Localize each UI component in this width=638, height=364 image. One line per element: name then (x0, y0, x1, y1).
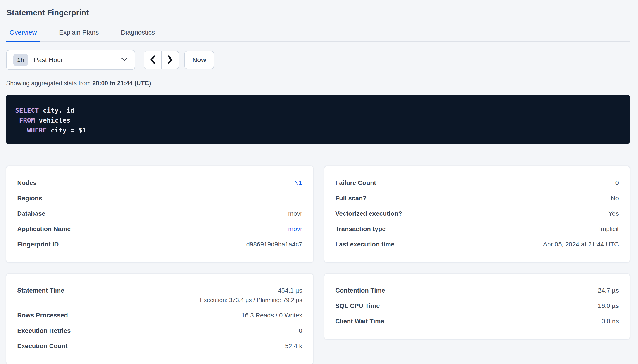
summary-row: Regions (17, 190, 302, 206)
summary-row: Fingerprint IDd986919d9ba1a4c7 (17, 237, 302, 252)
row-value: d986919d9ba1a4c7 (246, 241, 302, 248)
summary-row: Client Wait Time0.0 ns (335, 314, 619, 329)
summary-row: Vectorized execution?Yes (335, 206, 619, 221)
execution-attributes-card: Failure Count0Full scan?NoVectorized exe… (324, 166, 630, 263)
tab-diagnostics[interactable]: Diagnostics (118, 28, 158, 41)
tab-bar: Overview Explain Plans Diagnostics (6, 28, 630, 42)
tab-overview[interactable]: Overview (6, 28, 40, 41)
aggregation-summary: Showing aggregated stats from 20:00 to 2… (6, 80, 630, 87)
sql-line: SELECT city, id (15, 105, 621, 115)
statement-fingerprint-page: Statement Fingerprint Overview Explain P… (0, 0, 638, 364)
summary-row: Failure Count0 (335, 175, 619, 190)
summary-row: Statement Time454.1 µsExecution: 373.4 µ… (17, 283, 302, 308)
summary-row: Application Namemovr (17, 221, 302, 237)
row-value: 16.0 µs (598, 302, 619, 309)
aggregation-summary-range: 20:00 to 21:44 (UTC) (92, 80, 151, 86)
aggregation-summary-prefix: Showing aggregated stats from (6, 80, 92, 86)
row-label: Contention Time (335, 287, 385, 294)
time-controls: 1h Past Hour Now (6, 50, 630, 70)
timing-card: Statement Time454.1 µsExecution: 373.4 µ… (6, 274, 313, 364)
row-label: Rows Processed (17, 312, 68, 319)
summary-row: Execution Retries0 (17, 323, 302, 338)
prev-range-button[interactable] (144, 51, 161, 68)
row-value: Implicit (599, 226, 619, 232)
identity-card: NodesN1RegionsDatabasemovrApplication Na… (6, 166, 313, 263)
row-value: Yes (608, 210, 619, 217)
row-label: Full scan? (335, 194, 366, 202)
row-label: Application Name (17, 225, 71, 233)
row-label: Database (17, 210, 46, 218)
summary-row: SQL CPU Time16.0 µs (335, 298, 619, 314)
row-label: Execution Count (17, 342, 68, 350)
row-value: 16.3 Reads / 0 Writes (241, 312, 302, 319)
now-button[interactable]: Now (184, 51, 214, 69)
row-value-link[interactable]: movr (288, 226, 302, 232)
chevron-right-icon (167, 55, 173, 65)
sql-line: FROM vehicles (15, 115, 621, 125)
row-label: Fingerprint ID (17, 240, 59, 248)
row-label: Failure Count (335, 179, 376, 187)
row-subvalue: Execution: 373.4 µs / Planning: 79.2 µs (200, 296, 302, 304)
row-label: Transaction type (335, 225, 386, 233)
row-label: Execution Retries (17, 327, 71, 334)
row-value: 0 (299, 327, 302, 334)
row-value: 454.1 µs (278, 287, 302, 294)
time-interval-dropdown[interactable]: 1h Past Hour (6, 50, 135, 70)
selected-range-label: Past Hour (34, 56, 63, 64)
sql-statement-box: SELECT city, id FROM vehicles WHERE city… (6, 95, 630, 144)
wait-times-card: Contention Time24.7 µsSQL CPU Time16.0 µ… (324, 274, 630, 340)
summary-row: NodesN1 (17, 175, 302, 190)
summary-row: Rows Processed16.3 Reads / 0 Writes (17, 308, 302, 323)
row-label: SQL CPU Time (335, 302, 380, 310)
row-value: 52.4 k (285, 342, 302, 350)
time-nav-buttons (144, 51, 179, 69)
summary-row: Databasemovr (17, 206, 302, 221)
summary-row: Execution Count52.4 k (17, 338, 302, 354)
interval-badge: 1h (13, 54, 28, 66)
row-value-link[interactable]: N1 (294, 179, 302, 186)
row-label: Client Wait Time (335, 318, 384, 325)
tab-explain-plans[interactable]: Explain Plans (56, 28, 102, 41)
row-label: Vectorized execution? (335, 210, 402, 218)
row-value: 24.7 µs (598, 287, 619, 294)
row-label: Nodes (17, 179, 37, 187)
page-title: Statement Fingerprint (7, 8, 630, 17)
summary-row: Last execution timeApr 05, 2024 at 21:44… (335, 237, 619, 252)
row-value: movr (288, 210, 302, 217)
row-label: Last execution time (335, 240, 394, 248)
summary-cards: NodesN1RegionsDatabasemovrApplication Na… (6, 166, 630, 364)
row-label: Regions (17, 194, 42, 202)
row-value: 0.0 ns (601, 318, 619, 325)
row-value: Apr 05, 2024 at 21:44 UTC (543, 241, 619, 248)
summary-row: Contention Time24.7 µs (335, 283, 619, 298)
summary-row: Full scan?No (335, 190, 619, 206)
chevron-down-icon (121, 57, 128, 63)
row-value: No (611, 195, 619, 202)
sql-line: WHERE city = $1 (15, 125, 621, 135)
row-value: 0 (615, 179, 619, 186)
summary-row: Transaction typeImplicit (335, 221, 619, 237)
row-label: Statement Time (17, 287, 64, 294)
chevron-left-icon (150, 55, 156, 65)
next-range-button[interactable] (161, 51, 179, 68)
